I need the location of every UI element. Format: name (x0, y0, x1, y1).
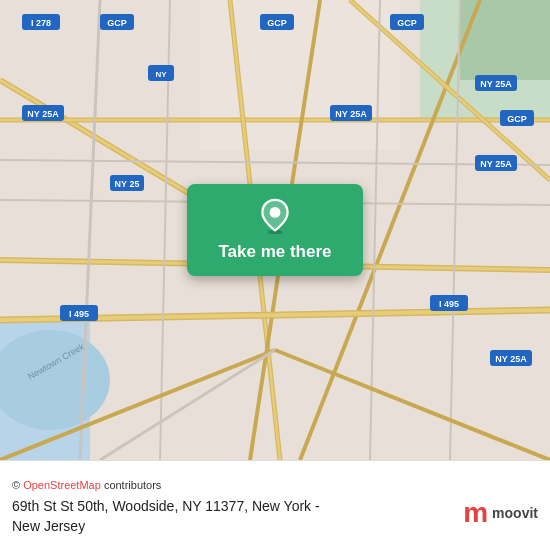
svg-text:NY: NY (155, 70, 167, 79)
moovit-logo: m moovit (463, 499, 538, 527)
svg-text:GCP: GCP (507, 114, 527, 124)
svg-text:NY 25A: NY 25A (335, 109, 367, 119)
svg-text:I 495: I 495 (439, 299, 459, 309)
location-pin-icon (257, 198, 293, 234)
moovit-wordmark: moovit (492, 506, 538, 520)
svg-point-59 (270, 207, 281, 218)
svg-text:NY 25A: NY 25A (495, 354, 527, 364)
svg-text:NY 25A: NY 25A (480, 79, 512, 89)
svg-text:GCP: GCP (267, 18, 287, 28)
svg-text:I 495: I 495 (69, 309, 89, 319)
osm-text: © (12, 479, 23, 491)
moovit-m-icon: m (463, 499, 488, 527)
svg-text:GCP: GCP (107, 18, 127, 28)
svg-text:NY 25: NY 25 (115, 179, 140, 189)
footer: © OpenStreetMap contributors 69th St St … (0, 460, 550, 550)
button-label: Take me there (218, 242, 331, 262)
address-line1: 69th St St 50th, Woodside, NY 11377, New… (12, 498, 320, 514)
osm-link[interactable]: OpenStreetMap (23, 479, 101, 491)
svg-text:NY 25A: NY 25A (27, 109, 59, 119)
take-me-there-button[interactable]: Take me there (187, 184, 363, 276)
address-block: 69th St St 50th, Woodside, NY 11377, New… (12, 497, 453, 536)
osm-credit: © OpenStreetMap contributors (12, 479, 538, 491)
address-line2: New Jersey (12, 518, 85, 534)
location-info: 69th St St 50th, Woodside, NY 11377, New… (12, 497, 538, 536)
osm-contributors: contributors (101, 479, 162, 491)
svg-text:NY 25A: NY 25A (480, 159, 512, 169)
map-container: I 278 GCP GCP GCP GCP NY 25A NY NY 25A N… (0, 0, 550, 460)
i278-label: I 278 (31, 18, 51, 28)
svg-text:GCP: GCP (397, 18, 417, 28)
